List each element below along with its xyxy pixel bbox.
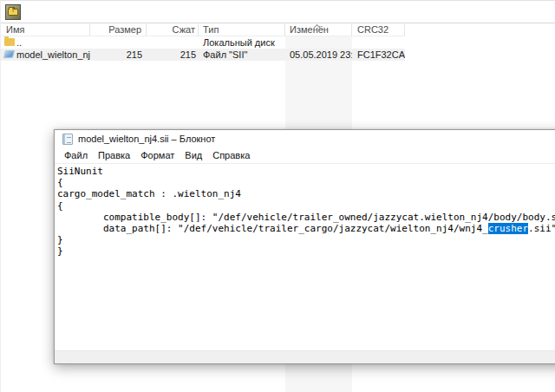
notepad-window: model_wielton_nj4.sii – Блокнот Файл Пра…	[54, 129, 555, 364]
column-header-size[interactable]: Размер	[90, 24, 147, 36]
file-packed-cell: 215	[147, 49, 199, 61]
column-header-name[interactable]: Имя	[1, 24, 90, 36]
up-one-level-button[interactable]: ↑	[5, 4, 21, 20]
up-arrow-icon: ↑	[6, 6, 20, 14]
file-size-cell	[90, 36, 147, 49]
notepad-window-title: model_wielton_nj4.sii – Блокнот	[78, 134, 215, 144]
file-modified-cell	[285, 36, 352, 49]
table-row-sii-file[interactable]: model_wielton_nj4.sii 215 215 Файл "SII"…	[1, 49, 405, 61]
file-manager-toolbar: ↑	[1, 1, 555, 23]
file-type-cell: Файл "SII"	[199, 49, 285, 61]
horizontal-scrollbar[interactable]	[55, 350, 555, 363]
notepad-app-icon	[62, 134, 73, 145]
file-name-cell: model_wielton_nj4.sii	[1, 49, 90, 61]
sii-file-content: SiiNunit { cargo_model_match : .wielton_…	[56, 165, 555, 258]
menu-file[interactable]: Файл	[59, 148, 93, 163]
column-header-type[interactable]: Тип	[199, 24, 285, 36]
sii-file-icon	[3, 50, 15, 59]
screenshot-root: ↑ Имя Размер Сжат Тип Изменён CRC32 .. Л…	[0, 0, 555, 392]
file-list-header: Имя Размер Сжат Тип Изменён CRC32	[1, 24, 405, 36]
table-row-parent-dir[interactable]: .. Локальный диск	[1, 36, 405, 49]
column-header-packed[interactable]: Сжат	[147, 24, 199, 36]
folder-icon	[4, 38, 15, 46]
menu-help[interactable]: Справка	[207, 148, 255, 163]
code-before-selection: SiiNunit { cargo_model_match : .wielton_…	[57, 166, 555, 234]
file-crc32-cell: FC1F32CA	[352, 49, 405, 61]
menu-edit[interactable]: Правка	[93, 148, 135, 163]
notepad-menubar: Файл Правка Формат Вид Справка	[55, 148, 555, 164]
sort-ascending-icon	[315, 23, 320, 29]
menu-view[interactable]: Вид	[180, 148, 207, 163]
file-packed-cell	[147, 36, 199, 49]
menu-format[interactable]: Формат	[135, 148, 180, 163]
file-crc32-cell	[352, 36, 405, 49]
file-type-cell: Локальный диск	[199, 36, 285, 49]
file-modified-cell: 05.05.2019 23:24	[285, 49, 352, 61]
file-size-cell: 215	[90, 49, 147, 61]
column-header-crc32[interactable]: CRC32	[352, 24, 405, 36]
notepad-titlebar[interactable]: model_wielton_nj4.sii – Блокнот	[55, 130, 555, 148]
selected-text: crusher	[488, 223, 528, 234]
file-name-cell: ..	[1, 36, 90, 49]
notepad-text-area[interactable]: SiiNunit { cargo_model_match : .wielton_…	[56, 165, 555, 350]
